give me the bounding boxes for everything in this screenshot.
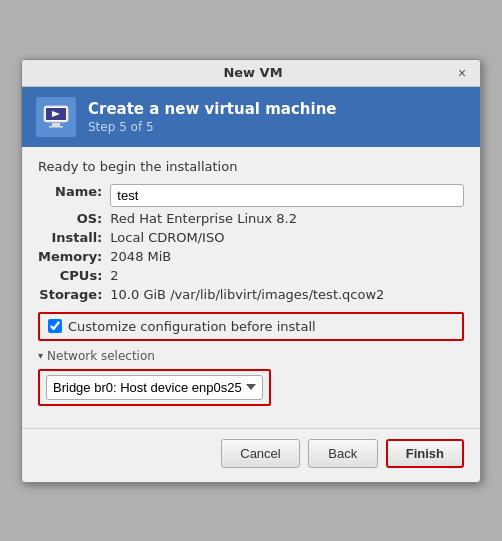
info-grid: Name: OS: Red Hat Enterprise Linux 8.2 I… — [38, 184, 464, 302]
cancel-button[interactable]: Cancel — [221, 439, 299, 468]
header-banner: Create a new virtual machine Step 5 of 5 — [22, 87, 480, 147]
vm-icon — [42, 103, 70, 131]
os-label: OS: — [38, 211, 102, 226]
header-icon — [36, 97, 76, 137]
network-dropdown-wrapper: Bridge br0: Host device enp0s25 Virtual … — [38, 369, 271, 406]
customize-checkbox[interactable] — [48, 319, 62, 333]
svg-rect-4 — [49, 126, 63, 128]
cpus-value: 2 — [110, 268, 464, 283]
ready-label: Ready to begin the installation — [38, 159, 464, 174]
storage-value: 10.0 GiB /var/lib/libvirt/images/test.qc… — [110, 287, 464, 302]
header-text: Create a new virtual machine Step 5 of 5 — [88, 100, 337, 134]
storage-label: Storage: — [38, 287, 102, 302]
button-row: Cancel Back Finish — [22, 428, 480, 482]
install-value: Local CDROM/ISO — [110, 230, 464, 245]
new-vm-window: New VM × Create a new virtual machine St… — [21, 59, 481, 483]
header-subtitle: Step 5 of 5 — [88, 120, 337, 134]
network-section: Network selection Bridge br0: Host devic… — [38, 349, 464, 406]
header-title: Create a new virtual machine — [88, 100, 337, 118]
network-dropdown[interactable]: Bridge br0: Host device enp0s25 Virtual … — [46, 375, 263, 400]
content-area: Ready to begin the installation Name: OS… — [22, 147, 480, 418]
customize-checkbox-row: Customize configuration before install — [38, 312, 464, 341]
svg-rect-3 — [52, 123, 60, 126]
memory-value: 2048 MiB — [110, 249, 464, 264]
titlebar: New VM × — [22, 60, 480, 87]
window-title: New VM — [52, 65, 454, 80]
finish-button[interactable]: Finish — [386, 439, 464, 468]
customize-label[interactable]: Customize configuration before install — [68, 319, 316, 334]
name-input[interactable] — [110, 184, 464, 207]
network-section-header: Network selection — [38, 349, 464, 363]
close-button[interactable]: × — [454, 65, 470, 81]
os-value: Red Hat Enterprise Linux 8.2 — [110, 211, 464, 226]
install-label: Install: — [38, 230, 102, 245]
name-label: Name: — [38, 184, 102, 207]
network-section-label: Network selection — [47, 349, 155, 363]
cpus-label: CPUs: — [38, 268, 102, 283]
memory-label: Memory: — [38, 249, 102, 264]
back-button[interactable]: Back — [308, 439, 378, 468]
